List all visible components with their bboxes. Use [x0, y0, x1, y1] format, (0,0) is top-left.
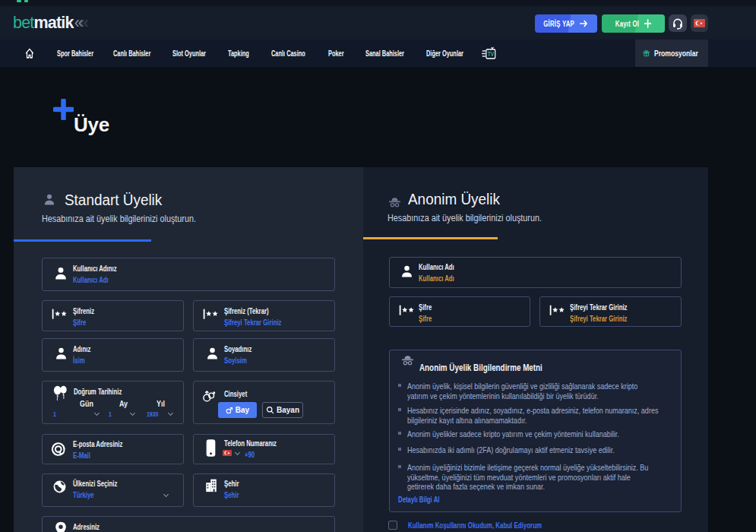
svg-text:TV: TV: [488, 51, 495, 59]
